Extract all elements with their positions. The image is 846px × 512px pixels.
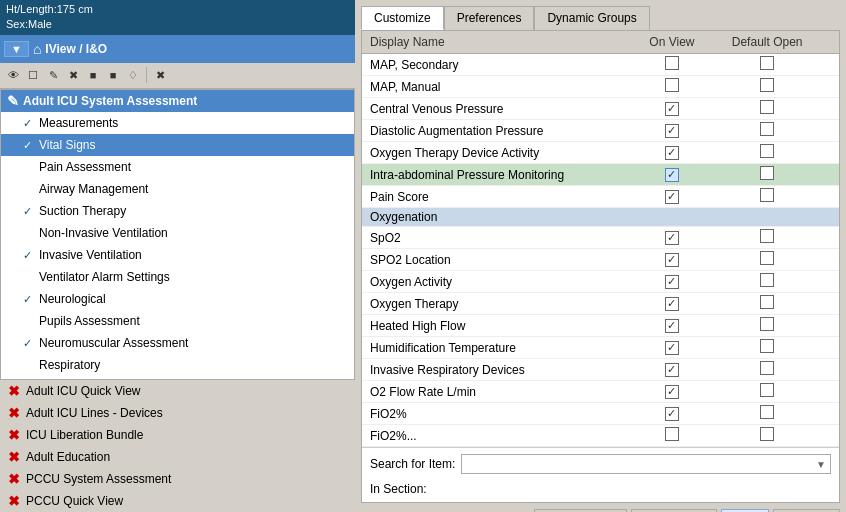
row-default-open[interactable] bbox=[711, 271, 823, 293]
table-row[interactable]: O2 Flow Rate L/min bbox=[362, 381, 839, 403]
on-view-checkbox[interactable] bbox=[665, 275, 679, 289]
toolbar-icon-4[interactable]: ✖ bbox=[64, 66, 82, 84]
table-row[interactable]: SpO2 bbox=[362, 227, 839, 249]
row-on-view[interactable] bbox=[633, 208, 712, 227]
toolbar-icon-3[interactable]: ✎ bbox=[44, 66, 62, 84]
default-open-checkbox[interactable] bbox=[760, 251, 774, 265]
tree-item[interactable]: ✓Measurements bbox=[1, 112, 354, 134]
default-open-checkbox[interactable] bbox=[760, 56, 774, 70]
toolbar-icon-8[interactable]: ✖ bbox=[151, 66, 169, 84]
row-default-open[interactable] bbox=[711, 164, 823, 186]
default-open-checkbox[interactable] bbox=[760, 122, 774, 136]
toolbar-icon-7[interactable]: ♢ bbox=[124, 66, 142, 84]
table-row[interactable]: Oxygen Activity bbox=[362, 271, 839, 293]
row-on-view[interactable] bbox=[633, 403, 712, 425]
tree-item[interactable]: Pain Assessment bbox=[1, 156, 354, 178]
tree-item[interactable]: ✓Neurological bbox=[1, 288, 354, 310]
tree-item[interactable]: ✓Neuromuscular Assessment bbox=[1, 332, 354, 354]
bottom-item[interactable]: ✖PCCU Quick View bbox=[0, 490, 355, 512]
row-default-open[interactable] bbox=[711, 227, 823, 249]
on-view-checkbox[interactable] bbox=[665, 385, 679, 399]
table-row[interactable]: FiO2%... bbox=[362, 425, 839, 447]
table-row[interactable]: Invasive Respiratory Devices bbox=[362, 359, 839, 381]
row-default-open[interactable] bbox=[711, 76, 823, 98]
row-default-open[interactable] bbox=[711, 293, 823, 315]
on-view-checkbox[interactable] bbox=[665, 56, 679, 70]
row-on-view[interactable] bbox=[633, 315, 712, 337]
row-default-open[interactable] bbox=[711, 337, 823, 359]
default-open-checkbox[interactable] bbox=[760, 295, 774, 309]
row-on-view[interactable] bbox=[633, 425, 712, 447]
row-on-view[interactable] bbox=[633, 381, 712, 403]
bottom-item[interactable]: ✖ICU Liberation Bundle bbox=[0, 424, 355, 446]
on-view-checkbox[interactable] bbox=[665, 146, 679, 160]
row-on-view[interactable] bbox=[633, 186, 712, 208]
on-view-checkbox[interactable] bbox=[665, 253, 679, 267]
table-row[interactable]: Humidification Temperature bbox=[362, 337, 839, 359]
row-on-view[interactable] bbox=[633, 54, 712, 76]
row-default-open[interactable] bbox=[711, 142, 823, 164]
toolbar-icon-2[interactable]: ☐ bbox=[24, 66, 42, 84]
toolbar-icon-6[interactable]: ■ bbox=[104, 66, 122, 84]
table-row[interactable]: Oxygen Therapy bbox=[362, 293, 839, 315]
on-view-checkbox[interactable] bbox=[665, 78, 679, 92]
table-row[interactable]: MAP, Manual bbox=[362, 76, 839, 98]
row-default-open[interactable] bbox=[711, 120, 823, 142]
row-on-view[interactable] bbox=[633, 164, 712, 186]
dropdown-arrow-icon[interactable]: ▼ bbox=[816, 459, 826, 470]
row-on-view[interactable] bbox=[633, 98, 712, 120]
tab-preferences[interactable]: Preferences bbox=[444, 6, 535, 30]
default-open-checkbox[interactable] bbox=[760, 361, 774, 375]
row-default-open[interactable] bbox=[711, 381, 823, 403]
row-default-open[interactable] bbox=[711, 425, 823, 447]
on-view-checkbox[interactable] bbox=[665, 231, 679, 245]
on-view-checkbox[interactable] bbox=[665, 190, 679, 204]
tree-item[interactable]: Pupils Assessment bbox=[1, 310, 354, 332]
tab-customize[interactable]: Customize bbox=[361, 6, 444, 30]
table-row[interactable]: Central Venous Pressure bbox=[362, 98, 839, 120]
table-row[interactable]: MAP, Secondary bbox=[362, 54, 839, 76]
default-open-checkbox[interactable] bbox=[760, 229, 774, 243]
default-open-checkbox[interactable] bbox=[760, 144, 774, 158]
row-on-view[interactable] bbox=[633, 337, 712, 359]
on-view-checkbox[interactable] bbox=[665, 427, 679, 441]
row-on-view[interactable] bbox=[633, 293, 712, 315]
row-default-open[interactable] bbox=[711, 208, 823, 227]
row-on-view[interactable] bbox=[633, 142, 712, 164]
tree-item[interactable]: Ventilator Alarm Settings bbox=[1, 266, 354, 288]
row-default-open[interactable] bbox=[711, 54, 823, 76]
bottom-item[interactable]: ✖Adult ICU Lines - Devices bbox=[0, 402, 355, 424]
tree-item[interactable]: Respiratory bbox=[1, 354, 354, 376]
on-view-checkbox[interactable] bbox=[665, 168, 679, 182]
row-on-view[interactable] bbox=[633, 359, 712, 381]
default-open-checkbox[interactable] bbox=[760, 427, 774, 441]
row-on-view[interactable] bbox=[633, 227, 712, 249]
row-default-open[interactable] bbox=[711, 315, 823, 337]
row-default-open[interactable] bbox=[711, 98, 823, 120]
row-on-view[interactable] bbox=[633, 76, 712, 98]
toolbar-icon-1[interactable]: 👁 bbox=[4, 66, 22, 84]
on-view-checkbox[interactable] bbox=[665, 363, 679, 377]
on-view-checkbox[interactable] bbox=[665, 341, 679, 355]
tree-item[interactable]: ✓Invasive Ventilation bbox=[1, 244, 354, 266]
on-view-checkbox[interactable] bbox=[665, 297, 679, 311]
table-row[interactable]: Oxygenation bbox=[362, 208, 839, 227]
default-open-checkbox[interactable] bbox=[760, 78, 774, 92]
default-open-checkbox[interactable] bbox=[760, 166, 774, 180]
bottom-item[interactable]: ✖Adult Education bbox=[0, 446, 355, 468]
bottom-item[interactable]: ✖PCCU System Assessment bbox=[0, 468, 355, 490]
table-row[interactable]: Intra-abdominal Pressure Monitoring bbox=[362, 164, 839, 186]
on-view-checkbox[interactable] bbox=[665, 124, 679, 138]
tab-dynamic-groups[interactable]: Dynamic Groups bbox=[534, 6, 649, 30]
table-row[interactable]: Oxygen Therapy Device Activity bbox=[362, 142, 839, 164]
bottom-item[interactable]: ✖Adult ICU Quick View bbox=[0, 380, 355, 402]
tree-item[interactable]: Non-Invasive Ventilation bbox=[1, 222, 354, 244]
table-row[interactable]: FiO2% bbox=[362, 403, 839, 425]
tree-item[interactable]: Airway Management bbox=[1, 178, 354, 200]
default-open-checkbox[interactable] bbox=[760, 405, 774, 419]
default-open-checkbox[interactable] bbox=[760, 188, 774, 202]
row-default-open[interactable] bbox=[711, 249, 823, 271]
row-on-view[interactable] bbox=[633, 120, 712, 142]
table-row[interactable]: Pain Score bbox=[362, 186, 839, 208]
nav-back-button[interactable]: ▼ bbox=[4, 41, 29, 57]
